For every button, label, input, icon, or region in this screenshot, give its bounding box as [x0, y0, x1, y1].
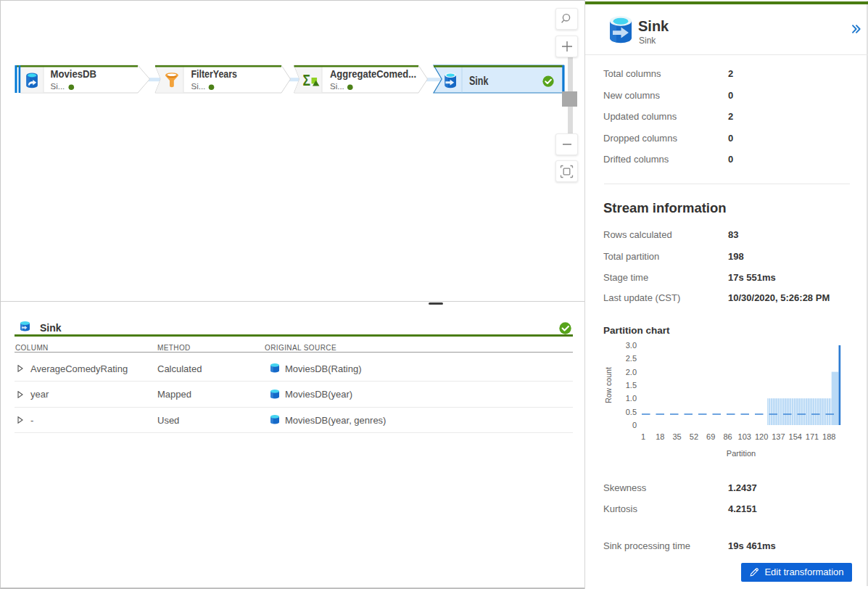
svg-text:Si...: Si... — [191, 82, 206, 91]
svg-text:1: 1 — [641, 432, 645, 441]
svg-text:86: 86 — [723, 432, 732, 441]
svg-text:1.0: 1.0 — [626, 394, 637, 403]
svg-text:2.0: 2.0 — [626, 368, 637, 376]
svg-text:3.0: 3.0 — [626, 341, 637, 350]
svg-text:0.5: 0.5 — [626, 408, 637, 416]
svg-text:52: 52 — [690, 432, 698, 441]
svg-text:18: 18 — [656, 432, 664, 441]
svg-text:120: 120 — [755, 432, 768, 441]
svg-text:69: 69 — [706, 432, 715, 441]
svg-text:137: 137 — [772, 432, 785, 441]
svg-text:0: 0 — [632, 421, 637, 429]
svg-text:AggregateComed...: AggregateComed... — [330, 67, 416, 80]
svg-text:FilterYears: FilterYears — [191, 67, 238, 80]
svg-text:MoviesDB: MoviesDB — [51, 67, 97, 80]
svg-text:154: 154 — [789, 432, 802, 441]
svg-text:188: 188 — [822, 432, 835, 441]
svg-text:2.5: 2.5 — [626, 354, 637, 363]
svg-text:103: 103 — [738, 432, 751, 441]
svg-text:Σ: Σ — [303, 71, 311, 89]
svg-text:Partition: Partition — [727, 449, 756, 458]
svg-text:Sink: Sink — [469, 75, 489, 87]
svg-text:Si...: Si... — [51, 82, 65, 91]
svg-text:Si...: Si... — [330, 82, 344, 91]
svg-text:171: 171 — [806, 432, 819, 441]
svg-text:35: 35 — [672, 432, 681, 441]
svg-text:1.5: 1.5 — [626, 381, 637, 390]
svg-text:Row count: Row count — [604, 367, 613, 403]
